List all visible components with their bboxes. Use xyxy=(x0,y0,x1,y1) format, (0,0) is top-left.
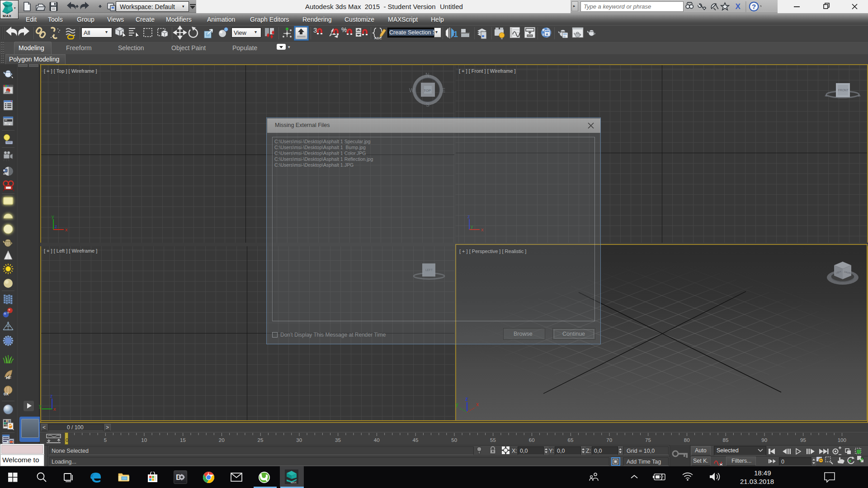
svg-text:MAX: MAX xyxy=(291,481,297,484)
svg-text:85: 85 xyxy=(723,437,729,443)
svg-text:y: y xyxy=(456,401,458,408)
svg-text:X: X xyxy=(735,2,741,11)
svg-text:30: 30 xyxy=(296,437,302,443)
svg-text:E: E xyxy=(442,87,445,94)
svg-text:W: W xyxy=(409,87,415,94)
svg-text:x: x xyxy=(476,401,479,408)
svg-text:35: 35 xyxy=(335,437,341,443)
svg-text:0X: 0X xyxy=(4,392,9,396)
svg-text:z: z xyxy=(55,224,57,229)
svg-text:80: 80 xyxy=(684,437,690,443)
svg-text:x: x xyxy=(53,406,56,412)
svg-text:N: N xyxy=(425,72,429,78)
svg-text:%: % xyxy=(341,26,347,33)
svg-text:95: 95 xyxy=(800,437,806,443)
svg-text:S: S xyxy=(426,102,429,108)
svg-text:100: 100 xyxy=(838,437,846,443)
svg-text:25: 25 xyxy=(258,437,264,443)
svg-text:65: 65 xyxy=(568,437,574,443)
svg-text:FRONT: FRONT xyxy=(838,89,848,92)
svg-text:y: y xyxy=(39,403,42,408)
svg-text:10: 10 xyxy=(141,437,147,443)
svg-text:15: 15 xyxy=(180,437,186,443)
svg-text:ABC: ABC xyxy=(374,36,382,40)
svg-text:y: y xyxy=(52,214,54,219)
svg-text:?: ? xyxy=(752,3,756,10)
svg-text:50: 50 xyxy=(451,437,457,443)
svg-text:1: 1 xyxy=(453,30,458,39)
svg-text:5: 5 xyxy=(104,437,107,443)
svg-text:90: 90 xyxy=(761,437,767,443)
svg-text:70: 70 xyxy=(606,437,612,443)
svg-text:45: 45 xyxy=(413,437,419,443)
svg-text:z: z xyxy=(465,396,468,402)
svg-text:HF: HF xyxy=(6,375,11,380)
svg-text:60: 60 xyxy=(529,437,535,443)
svg-text:TOP: TOP xyxy=(424,89,431,93)
svg-text:75: 75 xyxy=(645,437,651,443)
svg-text:55: 55 xyxy=(490,437,496,443)
svg-text:z: z xyxy=(50,393,53,399)
svg-text:x: x xyxy=(65,227,68,232)
svg-text:40: 40 xyxy=(374,437,380,443)
svg-text:3: 3 xyxy=(313,26,317,34)
svg-text:20: 20 xyxy=(219,437,225,443)
